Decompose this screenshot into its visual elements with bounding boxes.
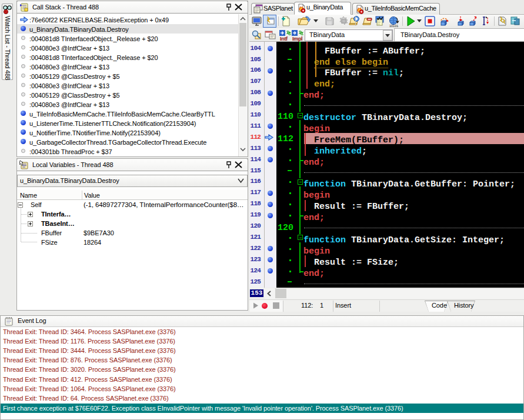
svg-text:10101: 10101 xyxy=(389,24,398,27)
